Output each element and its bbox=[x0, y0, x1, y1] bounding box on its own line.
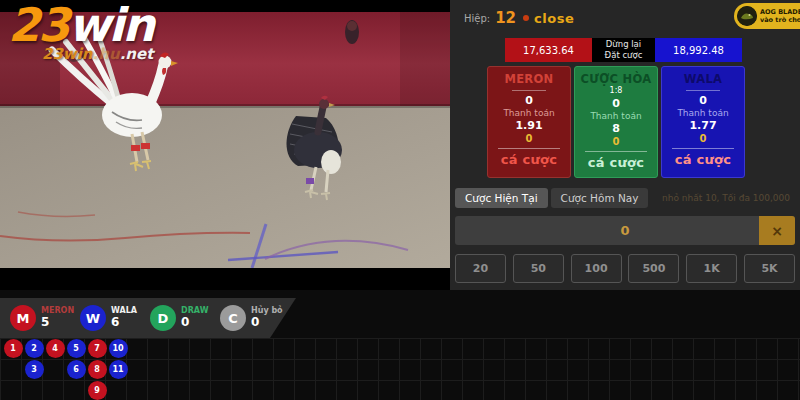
round-status: close bbox=[534, 11, 574, 26]
summary-value: 0 bbox=[181, 316, 208, 329]
logo-wordmark: 23win bbox=[8, 2, 153, 48]
history-result-6: 6 bbox=[67, 360, 86, 379]
summary-item-M: MMERON5 bbox=[10, 305, 80, 331]
summary-texts: WALA6 bbox=[111, 307, 137, 329]
panel-draw[interactable]: CƯỢC HÒA1:80Thanh toán80cá cược bbox=[574, 66, 658, 178]
panel-amount-wala: 0 bbox=[662, 94, 744, 107]
panel-divider bbox=[672, 148, 734, 149]
chip-50[interactable]: 50 bbox=[513, 254, 564, 283]
panel-wala[interactable]: WALA0Thanh toán1.770cá cược bbox=[661, 66, 745, 178]
panel-amount-meron: 0 bbox=[488, 94, 570, 107]
summary-circle-W: W bbox=[80, 305, 106, 331]
panel-payout-label: Thanh toán bbox=[662, 108, 744, 118]
summary-item-C: CHủy bỏ0 bbox=[220, 305, 290, 331]
panel-amount-draw: 0 bbox=[575, 97, 657, 110]
history-section: MMERON5WWALA6DDRAW0CHủy bỏ0 123456789101… bbox=[0, 290, 800, 400]
history-result-10: 10 bbox=[109, 339, 128, 358]
chip-buttons: 20501005001K5K bbox=[455, 254, 795, 283]
history-grid: 1234567891011 bbox=[0, 338, 800, 400]
tab-today-bets[interactable]: Cược Hôm Nay bbox=[551, 188, 649, 208]
panel-divider bbox=[585, 151, 647, 152]
panel-odds-draw: 8 bbox=[575, 122, 657, 135]
history-result-3: 3 bbox=[25, 360, 44, 379]
bet-tabs: Cược Hiện Tại Cược Hôm Nay bbox=[455, 188, 648, 208]
summary-texts: MERON5 bbox=[41, 307, 74, 329]
promo-badge[interactable]: AOG BLADE vào trò chơi bbox=[734, 3, 800, 29]
draw-ratio: 1:8 bbox=[575, 87, 657, 96]
score-summary-bar: MMERON5WWALA6DDRAW0CHủy bỏ0 bbox=[0, 298, 296, 338]
round-label: Hiệp: bbox=[464, 13, 490, 24]
summary-item-W: WWALA6 bbox=[80, 305, 150, 331]
summary-circle-D: D bbox=[150, 305, 176, 331]
panel-title-draw: CƯỢC HÒA bbox=[575, 72, 657, 86]
wala-total: 18,992.48 bbox=[655, 38, 742, 62]
panel-odds-meron: 1.91 bbox=[488, 119, 570, 132]
history-result-11: 11 bbox=[109, 360, 128, 379]
panel-meron[interactable]: MERON0Thanh toán1.910cá cược bbox=[487, 66, 571, 178]
panel-divider bbox=[498, 148, 560, 149]
bet-button-draw[interactable]: cá cược bbox=[575, 155, 657, 170]
logo-subtitle: 23win.hu.net bbox=[42, 47, 153, 62]
panel-divider bbox=[512, 90, 546, 91]
panel-title-meron: MERON bbox=[488, 72, 570, 86]
totals-bar: 17,633.64 Dừng lại Đặt cược 18,992.48 bbox=[505, 38, 742, 62]
bet-amount-value: 0 bbox=[455, 216, 795, 245]
round-header: Hiệp: 12 close bbox=[464, 9, 574, 27]
promo-text: AOG BLADE vào trò chơi bbox=[760, 8, 800, 25]
panel-payout-label: Thanh toán bbox=[488, 108, 570, 118]
panel-divider bbox=[686, 90, 720, 91]
app-root: 23win 23win.hu.net Hiệp: 12 close AOG BL… bbox=[0, 0, 800, 400]
history-result-5: 5 bbox=[67, 339, 86, 358]
summary-item-D: DDRAW0 bbox=[150, 305, 220, 331]
bet-amount-input[interactable]: 0 × bbox=[455, 216, 795, 245]
chip-20[interactable]: 20 bbox=[455, 254, 506, 283]
betting-status-box: Dừng lại Đặt cược bbox=[592, 38, 655, 62]
history-result-4: 4 bbox=[46, 339, 65, 358]
panel-title-wala: WALA bbox=[662, 72, 744, 86]
panel-stake-wala: 0 bbox=[662, 133, 744, 144]
betting-sidebar: Hiệp: 12 close AOG BLADE vào trò chơi 17… bbox=[450, 0, 800, 290]
clear-bet-button[interactable]: × bbox=[759, 216, 795, 245]
crocodile-icon bbox=[737, 6, 757, 26]
history-result-7: 7 bbox=[88, 339, 107, 358]
meron-total: 17,633.64 bbox=[505, 38, 592, 62]
history-result-8: 8 bbox=[88, 360, 107, 379]
panel-stake-draw: 0 bbox=[575, 136, 657, 147]
summary-texts: Hủy bỏ0 bbox=[251, 307, 283, 329]
bet-button-meron[interactable]: cá cược bbox=[488, 152, 570, 167]
bet-limits-text: nhỏ nhất 10, Tối đa 100,000 bbox=[662, 193, 790, 203]
history-result-2: 2 bbox=[25, 339, 44, 358]
round-number: 12 bbox=[495, 9, 516, 27]
status-dot-icon bbox=[523, 15, 529, 21]
chip-500[interactable]: 500 bbox=[628, 254, 679, 283]
panel-payout-label: Thanh toán bbox=[575, 111, 657, 121]
summary-circle-M: M bbox=[10, 305, 36, 331]
summary-value: 0 bbox=[251, 316, 283, 329]
chip-5K[interactable]: 5K bbox=[744, 254, 795, 283]
panel-odds-wala: 1.77 bbox=[662, 119, 744, 132]
tab-current-bets[interactable]: Cược Hiện Tại bbox=[455, 188, 548, 208]
site-logo: 23win 23win.hu.net bbox=[8, 2, 153, 62]
summary-texts: DRAW0 bbox=[181, 307, 208, 329]
summary-value: 6 bbox=[111, 316, 137, 329]
history-result-9: 9 bbox=[88, 381, 107, 400]
history-result-1: 1 bbox=[4, 339, 23, 358]
summary-circle-C: C bbox=[220, 305, 246, 331]
bet-button-wala[interactable]: cá cược bbox=[662, 152, 744, 167]
chip-100[interactable]: 100 bbox=[571, 254, 622, 283]
summary-value: 5 bbox=[41, 316, 74, 329]
panel-stake-meron: 0 bbox=[488, 133, 570, 144]
chip-1K[interactable]: 1K bbox=[686, 254, 737, 283]
bet-panels: MERON0Thanh toán1.910cá cượcCƯỢC HÒA1:80… bbox=[487, 66, 745, 178]
video-player[interactable]: 23win 23win.hu.net bbox=[0, 0, 450, 290]
